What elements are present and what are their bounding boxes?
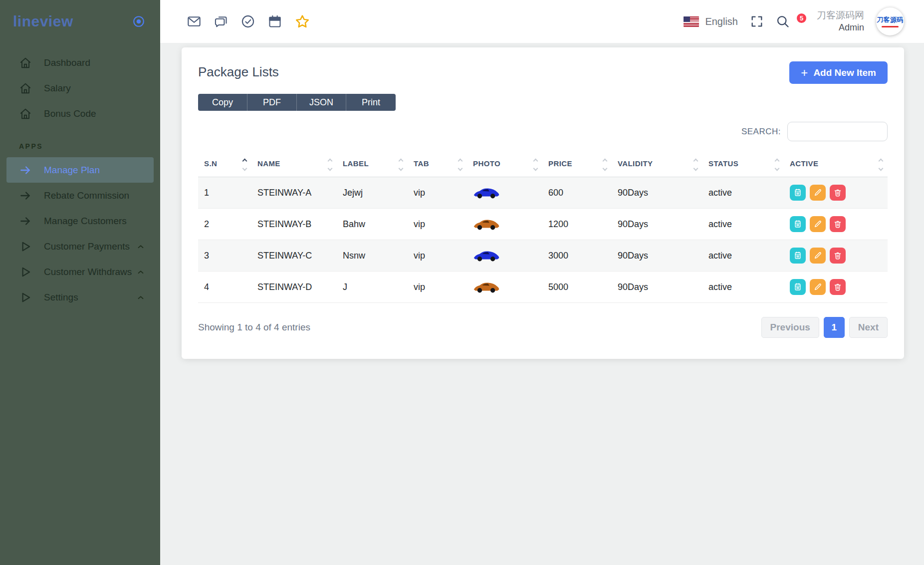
cell-tab: vip [408, 209, 467, 240]
sort-icons [694, 159, 697, 170]
column-header-active[interactable]: ACTIVE [784, 155, 888, 177]
page-number-button[interactable]: 1 [824, 317, 845, 338]
add-new-item-label: Add New Item [813, 67, 876, 78]
cell-sn: 4 [198, 272, 251, 303]
cell-name: STEINWAY-D [251, 272, 337, 303]
package-lists-card: Package Lists + Add New Item Copy PDF JS… [182, 47, 904, 359]
cell-tab: vip [408, 177, 467, 209]
user-org: 刀客源码网 [817, 9, 864, 22]
copy-button[interactable]: Copy [198, 94, 247, 111]
content-area: Package Lists + Add New Item Copy PDF JS… [160, 43, 924, 565]
calendar-icon[interactable] [268, 14, 282, 28]
edit-button[interactable] [810, 279, 826, 295]
search-input[interactable] [787, 122, 888, 141]
column-header-photo[interactable]: PHOTO [467, 155, 542, 177]
car-photo [473, 186, 500, 199]
sidebar-item-label: Customer Withdraws [44, 267, 132, 278]
column-header-status[interactable]: STATUS [702, 155, 784, 177]
export-button-group: Copy PDF JSON Print [198, 94, 396, 111]
cell-price: 1200 [542, 209, 612, 240]
search-row: SEARCH: [198, 122, 888, 141]
sidebar-item-bonus-code[interactable]: Bonus Code [0, 101, 160, 126]
car-photo [473, 218, 500, 231]
sidebar-item-label: Bonus Code [44, 108, 96, 119]
column-header-price[interactable]: PRICE [542, 155, 612, 177]
delete-button[interactable] [830, 248, 846, 264]
search-icon[interactable] [776, 14, 790, 28]
table-row: 3 STEINWAY-C Nsnw vip 3000 90Days active [198, 240, 888, 272]
topbar: English 5 刀客源码网 Admin 刀客源码 [160, 0, 924, 43]
edit-button[interactable] [810, 216, 826, 232]
sidebar-toggle-icon[interactable] [132, 15, 145, 28]
previous-page-button[interactable]: Previous [761, 317, 819, 338]
sidebar-item-rebate-commission[interactable]: Rebate Commission [0, 183, 160, 208]
delete-button[interactable] [830, 279, 846, 295]
topbar-quick-icons [187, 14, 310, 29]
topbar-right: English 5 刀客源码网 Admin 刀客源码 [684, 7, 904, 35]
column-header-tab[interactable]: TAB [408, 155, 467, 177]
play-icon [19, 291, 32, 304]
language-selector[interactable]: English [684, 16, 738, 27]
sidebar-item-label: Salary [44, 83, 71, 94]
sidebar-item-customer-payments[interactable]: Customer Payments [0, 234, 160, 259]
column-header-name[interactable]: NAME [251, 155, 337, 177]
pagination: Previous 1 Next [761, 317, 888, 338]
details-button[interactable] [790, 185, 806, 201]
delete-button[interactable] [830, 185, 846, 201]
search-label: SEARCH: [741, 127, 781, 137]
sort-icons [534, 159, 537, 170]
home-icon [19, 107, 32, 120]
pdf-button[interactable]: PDF [247, 94, 297, 111]
table-row: 4 STEINWAY-D J vip 5000 90Days active [198, 272, 888, 303]
cell-status: active [702, 240, 784, 272]
language-label: English [705, 16, 738, 27]
column-header-validity[interactable]: VALIDITY [612, 155, 702, 177]
cell-photo [467, 272, 542, 303]
delete-button[interactable] [830, 216, 846, 232]
cell-validity: 90Days [612, 240, 702, 272]
star-icon[interactable] [295, 14, 310, 29]
cell-actions [784, 272, 888, 303]
chevron-up-icon [136, 293, 145, 302]
cell-status: active [702, 177, 784, 209]
edit-button[interactable] [810, 185, 826, 201]
sidebar-item-label: Dashboard [44, 57, 90, 68]
sidebar-item-dashboard[interactable]: Dashboard [0, 50, 160, 75]
cell-photo [467, 240, 542, 272]
cell-status: active [702, 272, 784, 303]
avatar[interactable]: 刀客源码 [876, 7, 904, 35]
sidebar-item-manage-plan[interactable]: Manage Plan [6, 157, 154, 183]
home-icon [19, 82, 32, 95]
print-button[interactable]: Print [346, 94, 396, 111]
next-page-button[interactable]: Next [849, 317, 888, 338]
edit-button[interactable] [810, 248, 826, 264]
check-circle-icon[interactable] [241, 14, 255, 28]
cell-name: STEINWAY-C [251, 240, 337, 272]
cell-price: 3000 [542, 240, 612, 272]
sort-icons [399, 159, 403, 170]
sort-icons [603, 159, 607, 170]
json-button[interactable]: JSON [297, 94, 346, 111]
sidebar-item-settings[interactable]: Settings [0, 284, 160, 310]
details-button[interactable] [790, 248, 806, 264]
sidebar: lineview Dashboard Salary Bonus Code APP… [0, 0, 160, 565]
sidebar-item-manage-customers[interactable]: Manage Customers [0, 208, 160, 234]
mail-icon[interactable] [187, 14, 201, 28]
chat-icon[interactable] [214, 14, 228, 28]
column-header-label[interactable]: LABEL [337, 155, 408, 177]
sidebar-item-customer-withdraws[interactable]: Customer Withdraws [0, 259, 160, 284]
arrow-right-icon [19, 189, 32, 202]
table-footer: Showing 1 to 4 of 4 entries Previous 1 N… [198, 317, 888, 338]
add-new-item-button[interactable]: + Add New Item [789, 61, 888, 84]
cell-validity: 90Days [612, 177, 702, 209]
column-header-sn[interactable]: S.N [198, 155, 251, 177]
details-button[interactable] [790, 279, 806, 295]
sidebar-header: lineview [0, 0, 160, 43]
sidebar-item-salary[interactable]: Salary [0, 75, 160, 101]
sidebar-section-apps: APPS [0, 126, 160, 157]
card-header: Package Lists + Add New Item [198, 61, 888, 84]
cell-price: 5000 [542, 272, 612, 303]
details-button[interactable] [790, 216, 806, 232]
fullscreen-icon[interactable] [750, 14, 764, 28]
sidebar-nav: Dashboard Salary Bonus Code APPS Manage … [0, 50, 160, 310]
